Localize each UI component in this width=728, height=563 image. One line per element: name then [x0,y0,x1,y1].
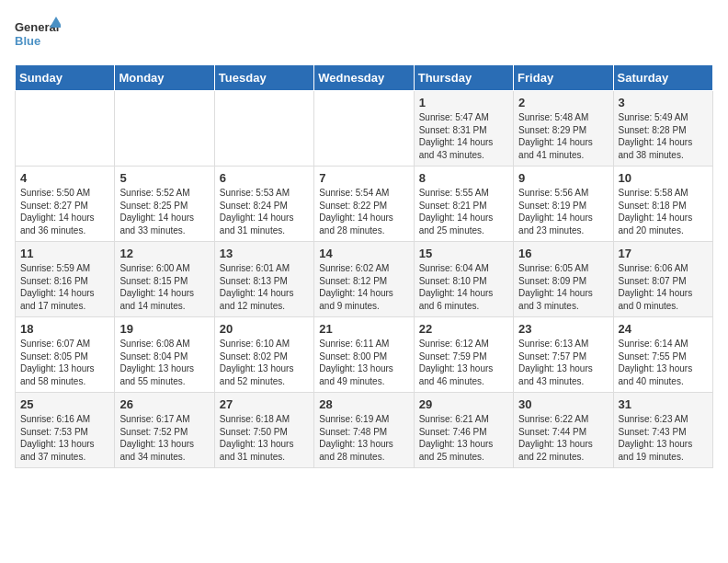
day-info: Sunrise: 5:47 AM Sunset: 8:31 PM Dayligh… [419,111,508,161]
day-info: Sunrise: 6:05 AM Sunset: 8:09 PM Dayligh… [518,262,608,312]
header-tuesday: Tuesday [214,65,313,91]
calendar-cell: 12Sunrise: 6:00 AM Sunset: 8:15 PM Dayli… [115,242,214,317]
day-info: Sunrise: 6:19 AM Sunset: 7:48 PM Dayligh… [319,413,408,463]
day-info: Sunrise: 6:07 AM Sunset: 8:05 PM Dayligh… [20,338,109,387]
day-number: 16 [518,247,608,260]
calendar-cell: 1Sunrise: 5:47 AM Sunset: 8:31 PM Daylig… [414,91,513,167]
day-info: Sunrise: 6:13 AM Sunset: 7:57 PM Dayligh… [518,338,608,387]
calendar-header: SundayMondayTuesdayWednesdayThursdayFrid… [16,65,713,91]
day-number: 20 [220,322,309,336]
calendar-cell: 7Sunrise: 5:54 AM Sunset: 8:22 PM Daylig… [314,167,414,242]
calendar-cell: 15Sunrise: 6:04 AM Sunset: 8:10 PM Dayli… [414,242,513,317]
day-info: Sunrise: 6:17 AM Sunset: 7:52 PM Dayligh… [119,413,209,463]
day-info: Sunrise: 6:16 AM Sunset: 7:53 PM Dayligh… [20,413,109,463]
day-info: Sunrise: 6:18 AM Sunset: 7:50 PM Dayligh… [220,413,309,463]
calendar-cell: 18Sunrise: 6:07 AM Sunset: 8:05 PM Dayli… [16,317,115,393]
calendar-table: SundayMondayTuesdayWednesdayThursdayFrid… [15,64,713,468]
day-number: 6 [220,171,309,185]
day-info: Sunrise: 6:11 AM Sunset: 8:00 PM Dayligh… [319,338,408,387]
day-number: 17 [619,247,708,260]
calendar-cell: 4Sunrise: 5:50 AM Sunset: 8:27 PM Daylig… [16,167,115,242]
day-number: 2 [518,96,608,109]
day-info: Sunrise: 5:58 AM Sunset: 8:18 PM Dayligh… [619,187,708,236]
calendar-body: 1Sunrise: 5:47 AM Sunset: 8:31 PM Daylig… [16,91,713,468]
day-number: 14 [319,247,408,260]
calendar-cell [115,91,214,167]
day-number: 31 [619,397,708,411]
calendar-cell: 14Sunrise: 6:02 AM Sunset: 8:12 PM Dayli… [314,242,414,317]
calendar-cell: 31Sunrise: 6:23 AM Sunset: 7:43 PM Dayli… [613,393,712,468]
day-info: Sunrise: 5:49 AM Sunset: 8:28 PM Dayligh… [619,111,708,161]
header-sunday: Sunday [16,65,115,91]
calendar-cell: 6Sunrise: 5:53 AM Sunset: 8:24 PM Daylig… [214,167,313,242]
calendar-week-3: 18Sunrise: 6:07 AM Sunset: 8:05 PM Dayli… [16,317,713,393]
calendar-cell: 27Sunrise: 6:18 AM Sunset: 7:50 PM Dayli… [214,393,313,468]
day-info: Sunrise: 6:14 AM Sunset: 7:55 PM Dayligh… [619,338,708,387]
logo-svg: General Blue [15,15,61,53]
day-info: Sunrise: 6:02 AM Sunset: 8:12 PM Dayligh… [319,262,408,312]
day-info: Sunrise: 5:52 AM Sunset: 8:25 PM Dayligh… [119,187,209,236]
calendar-cell: 3Sunrise: 5:49 AM Sunset: 8:28 PM Daylig… [613,91,712,167]
day-info: Sunrise: 6:21 AM Sunset: 7:46 PM Dayligh… [419,413,508,463]
day-info: Sunrise: 5:53 AM Sunset: 8:24 PM Dayligh… [220,187,309,236]
day-number: 8 [419,171,508,185]
calendar-cell: 2Sunrise: 5:48 AM Sunset: 8:29 PM Daylig… [514,91,613,167]
day-number: 22 [419,322,508,336]
day-info: Sunrise: 6:23 AM Sunset: 7:43 PM Dayligh… [619,413,708,463]
calendar-cell: 23Sunrise: 6:13 AM Sunset: 7:57 PM Dayli… [514,317,613,393]
day-info: Sunrise: 6:10 AM Sunset: 8:02 PM Dayligh… [220,338,309,387]
day-info: Sunrise: 6:01 AM Sunset: 8:13 PM Dayligh… [220,262,309,312]
calendar-week-2: 11Sunrise: 5:59 AM Sunset: 8:16 PM Dayli… [16,242,713,317]
calendar-cell: 30Sunrise: 6:22 AM Sunset: 7:44 PM Dayli… [514,393,613,468]
day-info: Sunrise: 5:48 AM Sunset: 8:29 PM Dayligh… [518,111,608,161]
svg-text:Blue: Blue [15,34,40,48]
day-number: 18 [20,322,109,336]
day-number: 4 [20,171,109,185]
calendar-cell [16,91,115,167]
header-thursday: Thursday [414,65,513,91]
day-number: 10 [619,171,708,185]
calendar-week-4: 25Sunrise: 6:16 AM Sunset: 7:53 PM Dayli… [16,393,713,468]
day-number: 7 [319,171,408,185]
day-info: Sunrise: 5:55 AM Sunset: 8:21 PM Dayligh… [419,187,508,236]
day-info: Sunrise: 6:00 AM Sunset: 8:15 PM Dayligh… [119,262,209,312]
page-header: General Blue [15,15,713,53]
calendar-cell: 5Sunrise: 5:52 AM Sunset: 8:25 PM Daylig… [115,167,214,242]
calendar-cell: 20Sunrise: 6:10 AM Sunset: 8:02 PM Dayli… [214,317,313,393]
day-number: 5 [119,171,209,185]
day-info: Sunrise: 5:59 AM Sunset: 8:16 PM Dayligh… [20,262,109,312]
day-info: Sunrise: 6:06 AM Sunset: 8:07 PM Dayligh… [619,262,708,312]
header-wednesday: Wednesday [314,65,414,91]
day-number: 24 [619,322,708,336]
day-number: 27 [220,397,309,411]
calendar-cell [214,91,313,167]
day-number: 11 [20,247,109,260]
calendar-cell: 28Sunrise: 6:19 AM Sunset: 7:48 PM Dayli… [314,393,414,468]
day-number: 29 [419,397,508,411]
calendar-cell: 29Sunrise: 6:21 AM Sunset: 7:46 PM Dayli… [414,393,513,468]
calendar-cell: 21Sunrise: 6:11 AM Sunset: 8:00 PM Dayli… [314,317,414,393]
calendar-cell: 24Sunrise: 6:14 AM Sunset: 7:55 PM Dayli… [613,317,712,393]
logo: General Blue [15,15,61,53]
day-number: 21 [319,322,408,336]
day-info: Sunrise: 6:22 AM Sunset: 7:44 PM Dayligh… [518,413,608,463]
calendar-week-1: 4Sunrise: 5:50 AM Sunset: 8:27 PM Daylig… [16,167,713,242]
calendar-cell: 25Sunrise: 6:16 AM Sunset: 7:53 PM Dayli… [16,393,115,468]
calendar-cell [314,91,414,167]
calendar-cell: 11Sunrise: 5:59 AM Sunset: 8:16 PM Dayli… [16,242,115,317]
header-saturday: Saturday [613,65,712,91]
calendar-cell: 9Sunrise: 5:56 AM Sunset: 8:19 PM Daylig… [514,167,613,242]
calendar-cell: 16Sunrise: 6:05 AM Sunset: 8:09 PM Dayli… [514,242,613,317]
day-number: 30 [518,397,608,411]
day-info: Sunrise: 5:50 AM Sunset: 8:27 PM Dayligh… [20,187,109,236]
day-info: Sunrise: 5:54 AM Sunset: 8:22 PM Dayligh… [319,187,408,236]
day-number: 12 [119,247,209,260]
day-info: Sunrise: 5:56 AM Sunset: 8:19 PM Dayligh… [518,187,608,236]
day-number: 13 [220,247,309,260]
day-number: 26 [119,397,209,411]
calendar-cell: 13Sunrise: 6:01 AM Sunset: 8:13 PM Dayli… [214,242,313,317]
calendar-cell: 26Sunrise: 6:17 AM Sunset: 7:52 PM Dayli… [115,393,214,468]
calendar-cell: 22Sunrise: 6:12 AM Sunset: 7:59 PM Dayli… [414,317,513,393]
day-number: 9 [518,171,608,185]
calendar-week-0: 1Sunrise: 5:47 AM Sunset: 8:31 PM Daylig… [16,91,713,167]
